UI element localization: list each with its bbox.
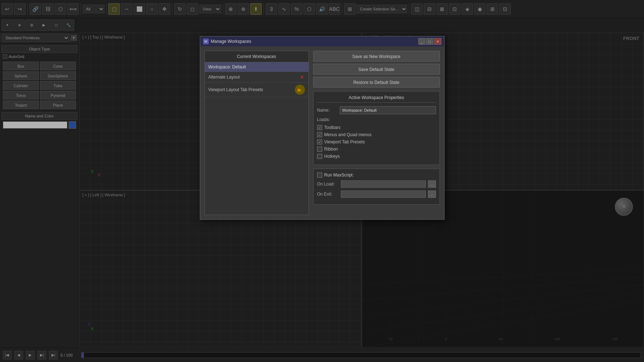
menus-label: Menus and Quad menus	[324, 132, 371, 137]
on-load-browse-button[interactable]: …	[428, 180, 436, 188]
run-maxscript-checkbox[interactable]	[317, 173, 322, 178]
dialog-titlebar: W Manage Workspaces _ □ ✕	[200, 36, 444, 46]
active-workspace-properties-section: Active Workspace Properties Name: Loads:…	[313, 91, 440, 165]
maximize-button[interactable]: □	[426, 38, 433, 45]
workspace-alternate-name: Alternate Layout	[208, 75, 240, 80]
hotkeys-label: Hotkeys	[324, 154, 340, 159]
on-load-row: On Load: …	[317, 180, 436, 188]
on-exit-label: On Exit:	[317, 192, 339, 197]
loads-ribbon: Ribbon	[317, 147, 436, 152]
loads-label: Loads:	[317, 117, 436, 122]
loads-hotkeys: Hotkeys	[317, 154, 436, 159]
workspace-name-row: Name:	[317, 106, 436, 114]
hotkeys-checkbox[interactable]	[317, 154, 322, 159]
toolbars-checkbox[interactable]: ✓	[317, 125, 322, 130]
on-exit-browse-button[interactable]: …	[428, 191, 436, 198]
on-exit-input[interactable]	[341, 191, 426, 198]
dialog-body: Current Workspaces Workspace: Default Al…	[200, 46, 444, 219]
save-default-state-button[interactable]: Save Default State	[313, 64, 440, 75]
workspace-delete-alternate[interactable]: ✕	[299, 74, 305, 80]
maxscript-section: Run MaxScript: On Load: … On Exit: …	[313, 169, 440, 205]
dialog-icon: W	[203, 39, 209, 44]
manage-workspaces-dialog: W Manage Workspaces _ □ ✕ Current Worksp…	[200, 36, 445, 220]
workspace-tabpresets-name: Viewport Layout Tab Presets	[208, 87, 263, 92]
restore-default-state-button[interactable]: Restore to Default State	[313, 77, 440, 88]
toolbars-label: Toolbars	[324, 125, 341, 130]
loads-menus: ✓ Menus and Quad menus	[317, 132, 436, 137]
dialog-controls: _ □ ✕	[418, 38, 441, 45]
loads-section: Loads: ✓ Toolbars ✓ Menus and Quad menus…	[317, 117, 436, 159]
properties-section-title: Active Workspace Properties	[317, 95, 436, 103]
workspace-name-input[interactable]	[340, 106, 436, 114]
run-maxscript-label: Run MaxScript:	[324, 173, 354, 178]
run-maxscript-row: Run MaxScript:	[317, 173, 436, 178]
workspace-item-default[interactable]: Workspace: Default	[205, 62, 309, 72]
modal-overlay: W Manage Workspaces _ □ ✕ Current Worksp…	[0, 0, 644, 362]
on-load-input[interactable]	[341, 180, 426, 188]
ribbon-checkbox[interactable]	[317, 147, 322, 152]
workspace-default-name: Workspace: Default	[208, 64, 246, 70]
viewport-presets-checkbox[interactable]: ✓	[317, 139, 322, 144]
ribbon-label: Ribbon	[324, 147, 338, 152]
workspace-item-tab-presets[interactable]: Viewport Layout Tab Presets ▶	[205, 82, 309, 97]
workspace-arrow-tabpresets[interactable]: ▶	[295, 85, 305, 95]
on-exit-row: On Exit: …	[317, 191, 436, 198]
close-button[interactable]: ✕	[434, 38, 441, 45]
loads-toolbars: ✓ Toolbars	[317, 125, 436, 130]
loads-viewport-presets: ✓ Viewport Tab Presets	[317, 139, 436, 144]
dialog-title: Manage Workspaces	[211, 39, 416, 44]
workspace-name-label: Name:	[317, 108, 337, 113]
workspace-list-panel: Current Workspaces Workspace: Default Al…	[204, 51, 309, 215]
minimize-button[interactable]: _	[418, 38, 425, 45]
workspace-list-header: Current Workspaces	[205, 51, 309, 62]
workspace-properties-panel: Save as New Workspace Save Default State…	[313, 51, 440, 215]
workspace-action-buttons: Save as New Workspace Save Default State…	[313, 51, 440, 88]
viewport-presets-label: Viewport Tab Presets	[324, 139, 365, 144]
workspace-item-alternate[interactable]: Alternate Layout ✕	[205, 72, 309, 82]
save-new-workspace-button[interactable]: Save as New Workspace	[313, 51, 440, 62]
menus-checkbox[interactable]: ✓	[317, 132, 322, 137]
on-load-label: On Load:	[317, 182, 339, 187]
